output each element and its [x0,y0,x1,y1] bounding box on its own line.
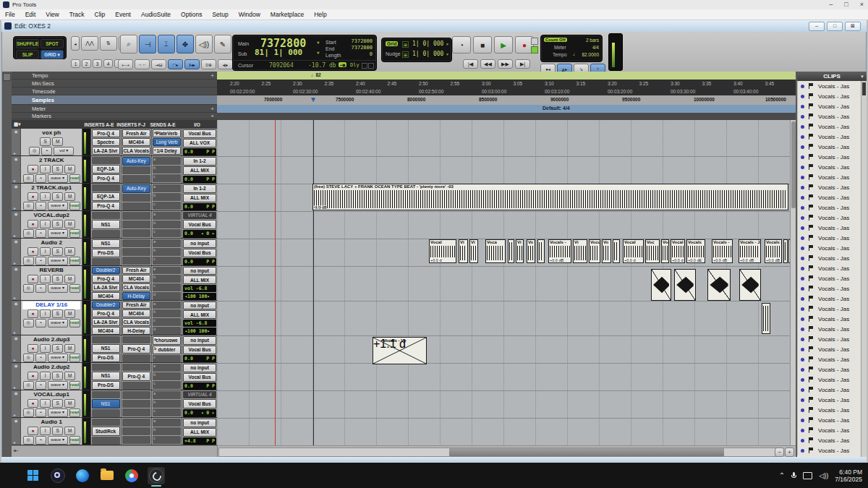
edit-window-titlebar[interactable]: Edit: OXES 2 – □ ⊠ [1,20,867,32]
insert-pro-q-4[interactable]: Pro-Q 4 [92,174,120,183]
empty-slot[interactable]: c [153,355,181,362]
menu-track[interactable]: Track [64,11,90,18]
automation-icon[interactable]: ◎ [23,381,34,390]
mute-button[interactable]: M [64,247,75,256]
link-edit-button[interactable]: ⇥⊟ [151,59,166,69]
zoom-waveform-button[interactable]: ⋀⋀ [81,36,98,51]
speaker-icon[interactable]: ◁)) [819,472,828,479]
automation-icon[interactable]: ◎ [23,174,34,183]
track-lane[interactable] [217,156,790,184]
empty-slot[interactable] [122,194,150,202]
bus-assign-selector[interactable]: Vocal Bus [183,220,216,229]
empty-slot[interactable]: a [153,184,181,192]
empty-slot[interactable]: c [153,408,181,416]
automation-mode-button[interactable]: read [69,229,80,238]
empty-slot[interactable] [92,336,120,343]
empty-slot[interactable]: b [153,275,181,283]
track-view-selector[interactable]: wave ▾ [48,436,68,445]
display-icon[interactable] [803,472,812,479]
empty-slot[interactable] [122,212,150,220]
clip-list-item[interactable]: Vocals - Jas [797,101,861,111]
volume-display[interactable]: +4.8P P [183,437,216,445]
link-timeline-button[interactable]: →← [135,59,150,69]
insert-auto-key[interactable]: Auto-Key [122,184,150,194]
column-header-inserts-f-j[interactable]: INSERTS F-J [115,122,147,127]
edit-minimize-button[interactable]: – [809,22,825,31]
track-view-selector[interactable]: wave ▾ [48,284,68,293]
insert-pro-ds[interactable]: Pro-DS [92,381,120,390]
playlist-arrow-icon[interactable]: ▸ [14,357,16,362]
insert-1-4-delay[interactable]: 1/4 Delayc [153,147,181,155]
automation-mode-button[interactable]: read [69,284,80,293]
insert-pro-q-4[interactable]: Pro-Q 4 [122,372,150,381]
bus-assign-selector[interactable]: Vocal Bus [183,249,216,257]
insert-mc404[interactable]: MC404 [92,327,120,335]
markers-ruler[interactable] [217,113,796,120]
insert-long-verb[interactable]: Long Verbb [153,138,181,146]
volume-display[interactable]: vol -6.8 [183,320,216,327]
clip-list-item[interactable]: Vocals - Jas [797,354,861,364]
track-color-icon[interactable]: ◉ [12,156,20,161]
taskbar-icon-pro-tools[interactable] [49,467,67,484]
automation-icon[interactable]: ◎ [23,257,34,265]
empty-slot[interactable]: a [153,301,181,309]
insert-h-delay[interactable]: H-Delay [122,292,150,300]
track-name[interactable]: DELAY 1/16 [22,301,80,309]
microphone-icon[interactable] [791,472,796,479]
taskbar-icon-file-explorer[interactable] [98,467,116,484]
insert-cla-vocals[interactable]: CLA Vocals [122,283,150,291]
stop-button[interactable]: ■ [473,36,492,53]
bus-assign-selector[interactable]: ALL MIX [183,166,216,175]
dly-toggle-1[interactable] [362,63,367,69]
volume-display[interactable]: 0.0P P [183,258,216,265]
scrubber-tool[interactable]: ◁)) [195,35,213,53]
grid-value[interactable]: 1| 0| 000 [412,40,443,47]
mute-button[interactable]: M [64,309,75,318]
insert-eqp-1a[interactable]: EQP-1A [92,192,120,201]
track-view-selector[interactable]: wave ▾ [48,202,68,210]
empty-slot[interactable]: b [153,427,181,435]
track-expand-icon[interactable]: ⇤ [14,448,19,454]
vocal-audio-clip[interactable]: Vocals - J.+0.0 dB [739,239,761,263]
empty-slot[interactable]: c [153,283,181,291]
empty-slot[interactable] [92,230,120,238]
clip-list-item[interactable]: Vocals - Jas [797,374,861,385]
vocal-audio-clip[interactable]: Vocals -+0.0 dB [712,239,733,263]
menu-audiosuite[interactable]: AudioSuite [136,11,176,18]
zoom-preset-2[interactable]: 2 [82,59,91,68]
empty-slot[interactable] [122,175,150,183]
tray-chevron-icon[interactable]: ⌃ [779,471,785,479]
track-view-selector[interactable]: wave ▾ [48,408,68,417]
empty-slot[interactable]: a [153,267,181,275]
automation-mode-button[interactable]: read [69,174,80,183]
track-lane[interactable] [217,335,790,364]
clip-list-item[interactable]: Vocals - Jas [797,304,861,314]
sliver-audio-clip[interactable] [762,303,770,334]
track-name[interactable]: Audio 2 [22,239,80,247]
vocal-audio-clip[interactable] [537,239,545,263]
playlist-arrow-icon[interactable]: ▸ [14,233,16,238]
nudge-value[interactable]: 1| 0| 000 [412,51,443,57]
playlist-arrow-icon[interactable]: ▸ [14,205,16,210]
grid-icon[interactable]: ⊞ [402,41,409,48]
elastic-audio-icon[interactable]: ⌁ [35,202,46,210]
empty-slot[interactable]: b [153,193,181,201]
volume-display[interactable]: 0.0P P [183,355,216,362]
output-path-selector[interactable]: no input [183,301,216,310]
insert-pro-q-4[interactable]: Pro-Q 4 [92,202,120,210]
edit-mode-spot[interactable]: SPOT [41,39,64,48]
empty-slot[interactable] [122,257,150,265]
mute-button[interactable]: M [64,372,75,380]
bus-assign-selector[interactable]: ALL MIX [183,194,216,202]
empty-slot[interactable] [122,436,150,444]
record-arm-button[interactable]: ● [27,220,38,228]
solo-button[interactable]: S [52,275,63,283]
add-meter-icon[interactable]: + [210,106,214,112]
online-button[interactable]: ◔ [452,36,471,53]
solo-button[interactable]: S [52,247,63,256]
xfade-audio-clip[interactable]: Vocals - Vo+1.1 d [373,337,427,364]
clip-list-item[interactable]: Vocals - Jas [797,445,861,455]
empty-slot[interactable]: d [153,292,181,300]
clip-list-item[interactable]: Vocals - Jas [797,273,861,283]
edit-mode-grid[interactable]: GRID ▾ [41,50,64,59]
